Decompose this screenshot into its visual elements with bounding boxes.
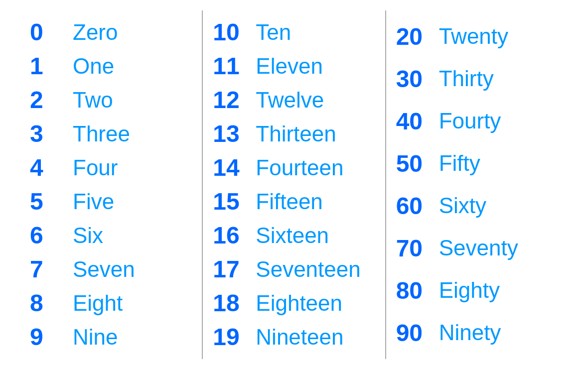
number-row: 4Four <box>30 154 192 181</box>
number-digit: 18 <box>213 289 248 317</box>
number-digit: 2 <box>30 86 65 114</box>
number-word: Five <box>73 189 114 214</box>
number-row: 2Two <box>30 86 192 114</box>
column-2: 20Twenty30Thirty40Fourty50Fifty60Sixty70… <box>386 10 568 359</box>
number-word: Thirteen <box>256 122 336 146</box>
number-digit: 30 <box>396 65 431 93</box>
number-digit: 7 <box>30 255 65 283</box>
number-digit: 9 <box>30 323 65 351</box>
number-row: 3Three <box>30 120 192 147</box>
number-word: Seventy <box>439 236 518 260</box>
number-word: One <box>73 54 114 79</box>
number-row: 9Nine <box>30 323 192 351</box>
number-row: 1One <box>30 52 192 80</box>
number-digit: 0 <box>30 18 65 46</box>
number-row: 5Five <box>30 188 192 215</box>
number-row: 15Fifteen <box>213 188 375 215</box>
number-word: Nine <box>73 325 118 350</box>
number-digit: 13 <box>213 120 248 147</box>
number-digit: 17 <box>213 255 248 283</box>
number-row: 16Sixteen <box>213 222 375 249</box>
number-word: Four <box>73 155 118 180</box>
number-word: Ten <box>256 20 291 45</box>
number-row: 19Nineteen <box>213 323 375 351</box>
number-digit: 90 <box>396 319 431 347</box>
number-row: 13Thirteen <box>213 120 375 147</box>
number-digit: 8 <box>30 289 65 317</box>
number-word: Thirty <box>439 66 494 91</box>
number-digit: 70 <box>396 235 431 262</box>
number-row: 0Zero <box>30 18 192 46</box>
number-digit: 20 <box>396 23 431 50</box>
number-word: Nineteen <box>256 325 343 350</box>
number-word: Seventeen <box>256 257 360 282</box>
number-row: 18Eighteen <box>213 289 375 317</box>
number-word: Fifty <box>439 151 480 176</box>
number-word: Eighty <box>439 278 500 303</box>
number-word: Fourteen <box>256 155 343 180</box>
number-row: 7Seven <box>30 255 192 283</box>
number-digit: 80 <box>396 277 431 304</box>
number-row: 6Six <box>30 222 192 249</box>
number-word: Eighteen <box>256 291 342 316</box>
number-word: Ninety <box>439 320 501 345</box>
number-digit: 50 <box>396 150 431 177</box>
number-digit: 15 <box>213 188 248 215</box>
number-row: 70Seventy <box>396 235 558 262</box>
numbers-grid: 0Zero1One2Two3Three4Four5Five6Six7Seven8… <box>20 10 568 359</box>
number-digit: 14 <box>213 154 248 181</box>
number-digit: 10 <box>213 18 248 46</box>
number-digit: 4 <box>30 154 65 181</box>
number-digit: 5 <box>30 188 65 215</box>
column-1: 10Ten11Eleven12Twelve13Thirteen14Fourtee… <box>203 10 386 359</box>
number-digit: 1 <box>30 52 65 80</box>
number-row: 8Eight <box>30 289 192 317</box>
number-row: 30Thirty <box>396 65 558 93</box>
number-row: 17Seventeen <box>213 255 375 283</box>
number-digit: 40 <box>396 108 431 135</box>
number-row: 80Eighty <box>396 277 558 304</box>
number-word: Sixty <box>439 193 486 218</box>
number-word: Seven <box>73 257 135 282</box>
number-digit: 3 <box>30 120 65 147</box>
number-word: Twelve <box>256 88 324 113</box>
number-digit: 12 <box>213 86 248 114</box>
number-word: Eight <box>73 291 123 316</box>
number-digit: 60 <box>396 192 431 220</box>
number-row: 14Fourteen <box>213 154 375 181</box>
number-row: 11Eleven <box>213 52 375 80</box>
number-word: Fifteen <box>256 189 323 214</box>
number-word: Three <box>73 122 130 146</box>
number-row: 40Fourty <box>396 108 558 135</box>
number-word: Two <box>73 88 113 113</box>
number-word: Twenty <box>439 24 508 49</box>
number-row: 20Twenty <box>396 23 558 50</box>
number-digit: 19 <box>213 323 248 351</box>
number-row: 10Ten <box>213 18 375 46</box>
number-word: Sixteen <box>256 223 329 248</box>
number-row: 12Twelve <box>213 86 375 114</box>
number-word: Six <box>73 223 103 248</box>
number-row: 90Ninety <box>396 319 558 347</box>
number-word: Zero <box>73 20 118 45</box>
column-0: 0Zero1One2Two3Three4Four5Five6Six7Seven8… <box>20 10 203 359</box>
number-digit: 6 <box>30 222 65 249</box>
number-word: Fourty <box>439 109 501 133</box>
number-row: 50Fifty <box>396 150 558 177</box>
number-digit: 11 <box>213 52 248 80</box>
number-row: 60Sixty <box>396 192 558 220</box>
number-word: Eleven <box>256 54 323 79</box>
number-digit: 16 <box>213 222 248 249</box>
